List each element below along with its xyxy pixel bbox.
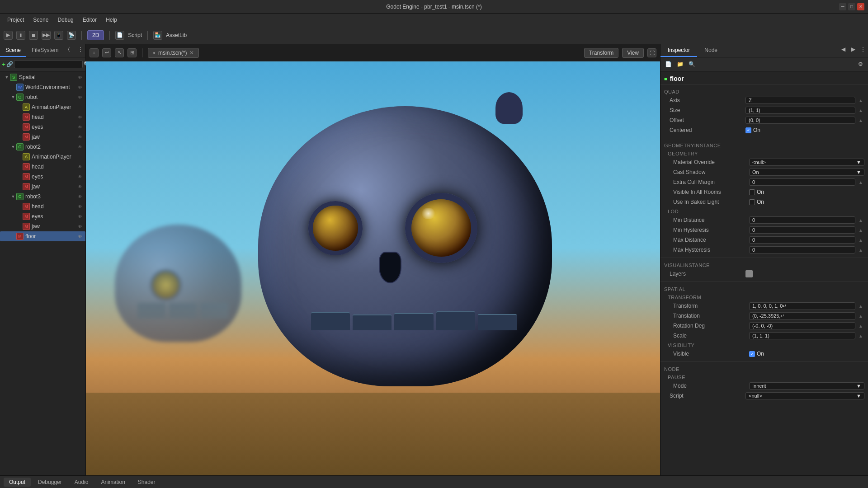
cb-visible[interactable]: On [749,351,764,357]
up-icon[interactable]: ▲ [857,97,864,104]
new-scene-icon[interactable]: + [90,48,99,57]
input-size[interactable]: (1, 1) [745,107,855,114]
vis-robot2[interactable]: 👁 [76,143,84,150]
vis-robot2-jaw[interactable]: 👁 [76,183,84,190]
expand-robot3[interactable]: ▼ [10,193,16,200]
tree-item-robot2[interactable]: ▼ O robot2 👁 [0,142,85,152]
cb-centered[interactable]: On [745,127,760,133]
offset-up-icon[interactable]: ▲ [857,117,864,124]
menu-scene[interactable]: Scene [29,16,52,24]
panel-expand-icon[interactable]: ⟨ [64,44,74,54]
play-button[interactable]: ▶ [4,31,13,40]
input-mode[interactable]: Inherit ▼ [749,382,864,389]
cb-visible-rooms[interactable]: On [749,189,764,195]
expand-robot3-eyes[interactable] [16,213,23,220]
vis-robot3[interactable]: 👁 [76,193,84,200]
input-axis[interactable]: Z [745,97,855,104]
expand-robot-jaw[interactable] [16,134,23,140]
checkbox-centered[interactable] [745,127,751,133]
vis-robot3-head[interactable]: 👁 [76,203,84,210]
checkbox-visible-rooms[interactable] [749,189,755,195]
expand-robot[interactable]: ▼ [10,94,16,100]
expand-robot-anim[interactable] [16,104,23,110]
max-hyst-up-icon[interactable]: ▲ [857,246,864,253]
tree-item-robot3-eyes[interactable]: M eyes 👁 [0,211,85,221]
tab-node[interactable]: Node [697,44,725,57]
script-label[interactable]: Script [128,32,142,38]
insp-script-icon[interactable]: 📄 [663,59,673,69]
tab-debugger[interactable]: Debugger [33,478,67,487]
insp-filter-icon[interactable]: ⚙ [855,59,865,69]
vis-robot3-eyes[interactable]: 👁 [76,213,84,220]
expand-robot2[interactable]: ▼ [10,144,16,150]
assetlib-label[interactable]: AssetLib [166,32,187,38]
tree-item-robot3-head[interactable]: M head 👁 [0,202,85,211]
tab-animation[interactable]: Animation [95,478,130,487]
tab-output[interactable]: Output [4,478,31,487]
insp-history-icon[interactable]: ⋮ [858,44,868,54]
transform-up-icon[interactable]: ▲ [857,302,864,310]
mode-2d-button[interactable]: 2D [87,30,104,40]
tab-shader[interactable]: Shader [132,478,161,487]
tree-item-robot[interactable]: ▼ O robot 👁 [0,92,85,102]
panel-settings-icon[interactable]: ⋮ [75,44,85,54]
vis-robot2-head[interactable]: 👁 [76,163,84,170]
rotation-up-icon[interactable]: ▲ [857,322,864,329]
tree-item-worldenv[interactable]: W WorldEnvironment 👁 [0,82,85,92]
scene-search-input[interactable] [14,60,83,68]
max-dist-up-icon[interactable]: ▲ [857,236,864,244]
vis-robot-eyes[interactable]: 👁 [76,123,84,131]
add-node-button[interactable]: + [2,59,5,69]
menu-editor[interactable]: Editor [79,16,100,24]
tab-filesystem[interactable]: FileSystem [26,44,64,57]
tree-item-robot-jaw[interactable]: M jaw 👁 [0,132,85,142]
menu-project[interactable]: Project [4,16,28,24]
tree-item-robot2-anim[interactable]: A AnimationPlayer [0,152,85,162]
checkbox-baked-light[interactable] [749,199,755,205]
input-scale[interactable]: (1, 1, 1) [749,332,855,339]
close-button[interactable]: ✕ [857,3,864,10]
expand-robot3-jaw[interactable] [16,223,23,230]
vis-spatial[interactable]: 👁 [76,74,84,81]
view-btn[interactable]: View [622,48,644,58]
grid-icon[interactable]: ⊞ [127,48,137,57]
minimize-button[interactable]: ─ [839,3,846,10]
vis-robot-anim[interactable] [76,103,84,111]
link-node-button[interactable]: 🔗 [6,59,13,69]
remote-button[interactable]: 📡 [67,31,76,40]
debug-play-button[interactable]: ▶▶ [42,31,51,40]
min-dist-up-icon[interactable]: ▲ [857,216,864,224]
vis-robot3-jaw[interactable]: 👁 [76,223,84,230]
file-tab-close[interactable]: ✕ [189,50,194,56]
pause-button[interactable]: ⏸ [16,31,25,40]
vis-robot-head[interactable]: 👁 [76,113,84,121]
vis-robot[interactable]: 👁 [76,94,84,101]
tab-inspector[interactable]: Inspector [660,44,697,57]
tree-item-robot2-eyes[interactable]: M eyes 👁 [0,172,85,182]
menu-help[interactable]: Help [102,16,121,24]
vis-robot-jaw[interactable]: 👁 [76,133,84,141]
viewport[interactable]: + ↩ ↖ ⊞ ● msin.tscn(*) ✕ Transform View … [86,44,660,475]
expand-spatial[interactable]: ▼ [4,74,10,80]
input-script[interactable]: <null> ▼ [745,392,864,399]
translation-up-icon[interactable]: ▲ [857,312,864,319]
expand-robot2-anim[interactable] [16,154,23,160]
checkbox-visible[interactable] [749,351,755,357]
input-extra-cull[interactable]: 0 [749,178,855,186]
input-rotation[interactable]: (-0, 0, -0) [749,322,855,329]
vis-floor[interactable]: 👁 [76,233,84,240]
input-translation[interactable]: (0, -25.3925,↵ [749,312,855,320]
expand-floor[interactable] [10,233,16,239]
stop-button[interactable]: ⏹ [29,31,38,40]
size-up-icon[interactable]: ▲ [857,107,864,114]
tree-item-spatial[interactable]: ▼ S Spatial 👁 [0,72,85,82]
cb-baked-light[interactable]: On [749,199,764,205]
expand-worldenv[interactable] [10,84,16,90]
expand-robot2-jaw[interactable] [16,183,23,190]
extra-cull-up-icon[interactable]: ▲ [857,178,864,186]
min-hyst-up-icon[interactable]: ▲ [857,226,864,234]
scale-up-icon[interactable]: ▲ [857,332,864,339]
input-transform[interactable]: 1, 0, 0, 0, 1, 0↵ [749,302,855,310]
tab-audio[interactable]: Audio [69,478,94,487]
fullscreen-icon[interactable]: ⛶ [647,48,656,57]
